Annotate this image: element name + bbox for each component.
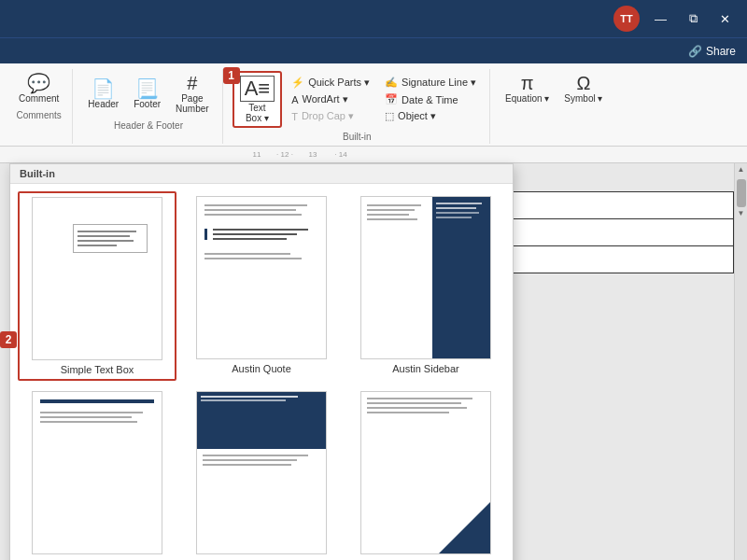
- object-icon: ⬚: [385, 110, 394, 122]
- symbol-label: Symbol ▾: [564, 93, 602, 104]
- share-label: Share: [706, 45, 736, 58]
- ribbon: 💬 Comment Comments 📄 Header 📃 Footer #: [0, 63, 747, 147]
- dropdown-header: Built-in: [10, 164, 513, 184]
- pinstripes-item[interactable]: Pinstripes: [182, 386, 341, 560]
- header-label: Header: [88, 99, 119, 109]
- scrollbar[interactable]: ▲ ▼: [734, 163, 747, 560]
- footer-icon: 📃: [135, 79, 159, 98]
- signature-icon: ✍: [385, 77, 398, 89]
- signature-label: Signature Line ▾: [402, 77, 476, 89]
- footer-button[interactable]: 📃 Footer: [128, 77, 166, 112]
- text-box-icon: A≡: [240, 76, 275, 102]
- minimize-button[interactable]: —: [647, 8, 674, 30]
- comment-button[interactable]: 💬 Comment: [13, 71, 64, 106]
- simple-text-box-preview: [32, 197, 162, 360]
- symbol-icon: Ω: [576, 74, 590, 92]
- equation-label: Equation ▾: [505, 93, 549, 104]
- wordart-icon: A: [291, 94, 298, 105]
- austin-quote-label: Austin Quote: [232, 363, 291, 374]
- text-box-button[interactable]: A≡ TextBox ▾: [233, 71, 283, 128]
- restore-button[interactable]: ⧉: [682, 7, 705, 30]
- scroll-thumb[interactable]: [737, 179, 746, 207]
- page-number-label: PageNumber: [176, 93, 209, 114]
- scroll-up-arrow[interactable]: ▲: [736, 163, 747, 175]
- ribbon-group-text: 1 A≡ TextBox ▾ ⚡ Quick Parts ▾ A WordArt…: [225, 69, 490, 144]
- ribbon-row: 💬 Comment Comments 📄 Header 📃 Footer #: [0, 67, 747, 146]
- signature-line-button[interactable]: ✍ Signature Line ▾: [379, 75, 482, 91]
- wordart-label: WordArt ▾: [303, 93, 348, 105]
- page-number-icon: #: [187, 74, 197, 92]
- ruler-mark-11: 11: [243, 150, 271, 159]
- simple-text-box-label: Simple Text Box: [61, 364, 134, 375]
- austin-quote-item[interactable]: Austin Quote: [182, 191, 341, 381]
- text-group-label: Built-in: [343, 132, 372, 142]
- header-icon: 📄: [92, 79, 115, 98]
- date-time-icon: 📅: [385, 93, 398, 105]
- equation-icon: π: [521, 74, 534, 92]
- comment-icon: 💬: [27, 74, 50, 92]
- austin-sidebar-label: Austin Sidebar: [392, 363, 459, 374]
- share-button[interactable]: 🔗 Share: [688, 45, 736, 58]
- dropdown-grid: Simple Text Box: [10, 184, 513, 560]
- close-button[interactable]: ✕: [712, 8, 738, 30]
- header-button[interactable]: 📄 Header: [82, 77, 124, 112]
- share-icon: 🔗: [688, 45, 702, 58]
- quick-parts-icon: ⚡: [291, 77, 304, 89]
- date-time-label: Date & Time: [402, 94, 458, 105]
- motion-item[interactable]: Motion: [18, 386, 176, 560]
- doc-area: Văn H 7 8 7 9 2 Built-in: [0, 163, 734, 560]
- object-button[interactable]: ⬚ Object ▾: [379, 108, 482, 124]
- page-number-button[interactable]: # PageNumber: [170, 71, 215, 117]
- wordart-button[interactable]: A WordArt ▾: [286, 91, 375, 107]
- ribbon-group-comments: 💬 Comment Comments: [6, 69, 73, 144]
- comments-group-label: Comments: [17, 110, 62, 120]
- drop-cap-button[interactable]: T Drop Cap ▾: [286, 108, 375, 124]
- quick-parts-button[interactable]: ⚡ Quick Parts ▾: [286, 75, 375, 91]
- motion-preview: [32, 391, 162, 554]
- share-bar: 🔗 Share: [0, 37, 747, 63]
- ruler-marks: 11 · 12 · 13 · 14: [243, 150, 355, 159]
- header-footer-group-label: Header & Footer: [114, 120, 183, 131]
- title-bar: TT — ⧉ ✕: [0, 0, 747, 37]
- avatar: TT: [613, 6, 640, 32]
- drop-cap-label: Drop Cap ▾: [302, 110, 354, 122]
- date-time-button[interactable]: 📅 Date & Time: [379, 91, 482, 107]
- grid-item[interactable]: Grid: [346, 386, 505, 560]
- pinstripes-preview: [196, 391, 327, 554]
- simple-text-box-item[interactable]: Simple Text Box: [18, 191, 176, 381]
- footer-label: Footer: [134, 99, 161, 109]
- equation-button[interactable]: π Equation ▾: [500, 71, 555, 106]
- main-area: Văn H 7 8 7 9 2 Built-in: [0, 163, 747, 560]
- austin-sidebar-item[interactable]: Austin Sidebar: [346, 191, 505, 381]
- symbol-button[interactable]: Ω Symbol ▾: [558, 71, 608, 106]
- ruler-mark-12: · 12 ·: [271, 150, 299, 159]
- grid-preview: [360, 391, 491, 554]
- austin-quote-preview: [196, 196, 327, 359]
- ruler-mark-13: 13: [299, 150, 327, 159]
- badge-2: 2: [0, 331, 17, 348]
- ruler-mark-14: · 14: [327, 150, 355, 159]
- drop-cap-icon: T: [291, 111, 298, 122]
- quick-parts-label: Quick Parts ▾: [308, 77, 370, 89]
- comment-label: Comment: [19, 93, 59, 104]
- text-box-label: TextBox ▾: [246, 103, 269, 123]
- ribbon-group-header-footer: 📄 Header 📃 Footer # PageNumber Header & …: [75, 69, 222, 144]
- scroll-down-arrow[interactable]: ▼: [736, 207, 747, 219]
- austin-sidebar-preview: [360, 196, 491, 359]
- text-box-dropdown: Built-in Simple Te: [9, 163, 514, 560]
- ribbon-group-symbols: π Equation ▾ Ω Symbol ▾: [492, 69, 615, 144]
- ruler: 11 · 12 · 13 · 14: [0, 147, 747, 163]
- badge-1: 1: [223, 67, 240, 84]
- object-label: Object ▾: [398, 110, 436, 122]
